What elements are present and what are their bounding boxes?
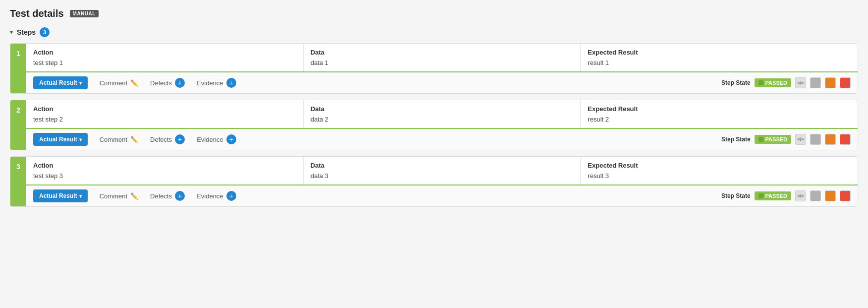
comment-item-3: Comment ✏️ xyxy=(100,192,138,200)
step-data-field-2: Data data 2 xyxy=(304,100,581,128)
step-count-badge: 3 xyxy=(40,27,50,37)
action-label-3: Action xyxy=(33,162,296,169)
step-state-label-2: Step State xyxy=(721,136,751,143)
state-btn-gray-1[interactable] xyxy=(810,77,821,88)
action-label-2: Action xyxy=(33,105,296,113)
expected-label-3: Expected Result xyxy=(588,162,851,169)
manual-badge: MANUAL xyxy=(70,10,99,17)
passed-green-dot-3 xyxy=(759,193,763,198)
comment-label-2: Comment xyxy=(100,136,127,143)
step-state-label-1: Step State xyxy=(721,79,751,86)
expected-value-2: result 2 xyxy=(588,116,851,123)
action-value-1: test step 1 xyxy=(33,59,296,66)
state-btn-gray-3[interactable] xyxy=(810,190,821,201)
passed-green-dot-2 xyxy=(759,137,763,142)
actual-result-btn-2[interactable]: Actual Result ▾ xyxy=(33,133,88,146)
state-btn-red-2[interactable] xyxy=(840,134,851,145)
step-data-field-3: Data data 3 xyxy=(304,157,581,185)
step-number-bar-1: 1 xyxy=(10,44,26,93)
step-action-field-2: Action test step 2 xyxy=(26,100,304,128)
evidence-add-btn-3[interactable]: + xyxy=(226,191,236,201)
evidence-item-1: Evidence + xyxy=(197,78,236,88)
state-btn-red-3[interactable] xyxy=(840,190,851,201)
evidence-label-1: Evidence xyxy=(197,79,223,87)
passed-badge-3: PASSED xyxy=(755,191,791,200)
state-btn-orange-2[interactable] xyxy=(825,134,836,145)
state-btn-red-1[interactable] xyxy=(840,77,851,88)
step-state-area-3: Step State PASSED </> xyxy=(721,190,851,201)
dropdown-arrow-icon-2: ▾ xyxy=(79,137,82,142)
step-content-3: Action test step 3 Data data 3 Expected … xyxy=(26,157,858,206)
defects-label-3: Defects xyxy=(150,192,172,200)
edit-icon-3[interactable]: ✏️ xyxy=(130,192,138,200)
action-value-2: test step 2 xyxy=(33,116,296,123)
state-btn-code-2[interactable]: </> xyxy=(795,134,806,145)
data-label-3: Data xyxy=(311,162,574,169)
step-state-label-3: Step State xyxy=(721,192,751,199)
step-number-bar-3: 3 xyxy=(10,157,26,206)
defects-label-1: Defects xyxy=(150,79,172,87)
step-expected-field-3: Expected Result result 3 xyxy=(581,157,858,185)
passed-green-dot-1 xyxy=(759,80,763,85)
passed-badge-2: PASSED xyxy=(755,135,791,144)
page-header: Test details MANUAL xyxy=(10,8,858,19)
expected-value-1: result 1 xyxy=(588,59,851,66)
state-btn-code-1[interactable]: </> xyxy=(795,77,806,88)
expected-label-1: Expected Result xyxy=(588,49,851,56)
edit-icon-2[interactable]: ✏️ xyxy=(130,136,138,143)
dropdown-arrow-icon-3: ▾ xyxy=(79,193,82,199)
data-value-3: data 3 xyxy=(311,172,574,180)
step-fields-row-3: Action test step 3 Data data 3 Expected … xyxy=(26,157,858,185)
step-state-area-2: Step State PASSED </> xyxy=(721,134,851,145)
dropdown-arrow-icon-1: ▾ xyxy=(79,80,82,86)
step-state-area-1: Step State PASSED </> xyxy=(721,77,851,88)
data-label-2: Data xyxy=(311,105,574,113)
comment-item-1: Comment ✏️ xyxy=(100,79,138,87)
step-content-1: Action test step 1 Data data 1 Expected … xyxy=(26,44,858,93)
step-data-field-1: Data data 1 xyxy=(304,44,581,71)
step-card-2: 2 Action test step 2 Data data 2 Expecte… xyxy=(10,100,858,150)
data-label-1: Data xyxy=(311,49,574,56)
page-title: Test details xyxy=(10,8,64,19)
defects-add-btn-3[interactable]: + xyxy=(175,191,185,201)
step-fields-row-1: Action test step 1 Data data 1 Expected … xyxy=(26,44,858,72)
expected-label-2: Expected Result xyxy=(588,105,851,113)
step-card-3: 3 Action test step 3 Data data 3 Expecte… xyxy=(10,156,858,207)
comment-item-2: Comment ✏️ xyxy=(100,136,138,143)
state-btn-gray-2[interactable] xyxy=(810,134,821,145)
step-action-field-3: Action test step 3 xyxy=(26,157,304,185)
step-fields-row-2: Action test step 2 Data data 2 Expected … xyxy=(26,100,858,129)
evidence-add-btn-2[interactable]: + xyxy=(226,134,236,144)
evidence-item-2: Evidence + xyxy=(197,134,236,144)
actual-result-btn-1[interactable]: Actual Result ▾ xyxy=(33,76,88,89)
comment-label-1: Comment xyxy=(100,79,127,87)
page-container: Test details MANUAL ▾ Steps 3 1 Action t… xyxy=(0,0,868,221)
defects-item-3: Defects + xyxy=(150,191,185,201)
defects-item-2: Defects + xyxy=(150,134,185,144)
defects-add-btn-2[interactable]: + xyxy=(175,134,185,144)
step-action-field-1: Action test step 1 xyxy=(26,44,304,71)
step-actions-row-2: Actual Result ▾ Comment ✏️ Defects + Evi… xyxy=(26,129,858,150)
evidence-label-2: Evidence xyxy=(197,136,223,143)
step-expected-field-1: Expected Result result 1 xyxy=(581,44,858,71)
edit-icon-1[interactable]: ✏️ xyxy=(130,79,138,87)
evidence-label-3: Evidence xyxy=(197,192,223,200)
actual-result-btn-3[interactable]: Actual Result ▾ xyxy=(33,189,88,202)
defects-item-1: Defects + xyxy=(150,78,185,88)
state-btn-orange-1[interactable] xyxy=(825,77,836,88)
evidence-add-btn-1[interactable]: + xyxy=(226,78,236,88)
data-value-2: data 2 xyxy=(311,116,574,123)
action-label-1: Action xyxy=(33,49,296,56)
state-btn-orange-3[interactable] xyxy=(825,190,836,201)
expected-value-3: result 3 xyxy=(588,172,851,180)
state-btn-code-3[interactable]: </> xyxy=(795,190,806,201)
defects-add-btn-1[interactable]: + xyxy=(175,78,185,88)
steps-section-header[interactable]: ▾ Steps 3 xyxy=(10,27,858,37)
steps-section-label: Steps xyxy=(17,28,36,36)
step-card-1: 1 Action test step 1 Data data 1 Expecte… xyxy=(10,43,858,94)
evidence-item-3: Evidence + xyxy=(197,191,236,201)
section-toggle-icon: ▾ xyxy=(10,29,13,36)
defects-label-2: Defects xyxy=(150,136,172,143)
action-value-3: test step 3 xyxy=(33,172,296,180)
passed-badge-1: PASSED xyxy=(755,78,791,87)
